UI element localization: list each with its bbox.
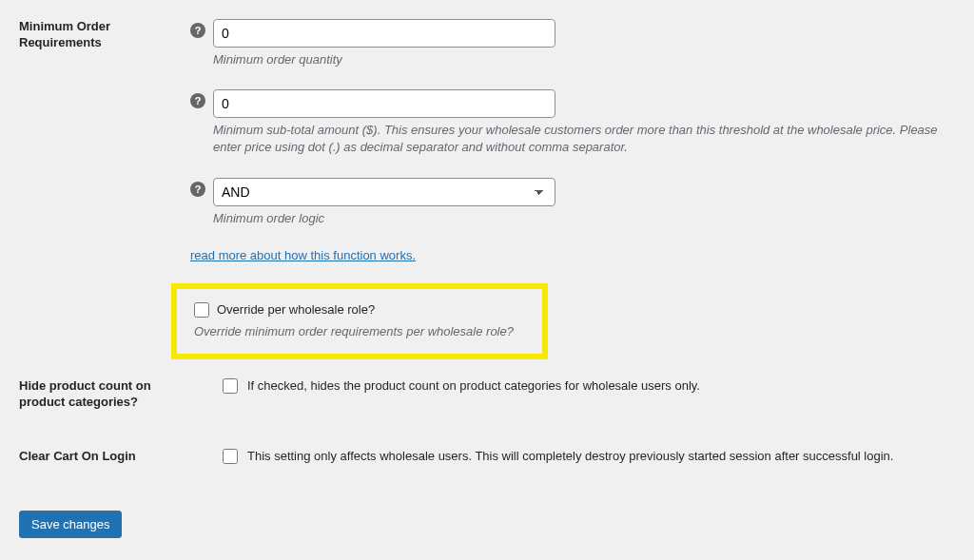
min-qty-desc: Minimum order quantity xyxy=(213,51,555,68)
col-min-qty: Minimum order quantity xyxy=(213,19,555,68)
cell-minimum-order: ? Minimum order quantity ? Minimum sub-t… xyxy=(190,0,955,359)
min-subtotal-desc: Minimum sub-total amount ($). This ensur… xyxy=(213,122,945,156)
override-checkbox[interactable] xyxy=(194,302,209,318)
override-highlight-box: Override per wholesale role? Override mi… xyxy=(171,283,548,359)
override-checkbox-line: Override per wholesale role? xyxy=(194,302,525,318)
min-logic-select[interactable]: AND xyxy=(213,178,555,206)
min-logic-desc: Minimum order logic xyxy=(213,210,555,227)
heading-hide-product-count: Hide product count on product categories… xyxy=(19,359,190,430)
clear-cart-checkbox[interactable] xyxy=(223,449,238,464)
heading-minimum-order: Minimum Order Requirements xyxy=(19,0,190,359)
save-changes-button[interactable]: Save changes xyxy=(19,511,122,538)
help-icon[interactable]: ? xyxy=(190,182,205,197)
read-more-link[interactable]: read more about how this function works. xyxy=(190,248,416,262)
settings-wrap: Minimum Order Requirements ? Minimum ord… xyxy=(0,0,974,557)
hide-count-checkbox-line: If checked, hides the product count on p… xyxy=(223,378,945,394)
min-subtotal-input[interactable] xyxy=(213,89,555,118)
row-minimum-order: Minimum Order Requirements ? Minimum ord… xyxy=(19,0,955,359)
override-label: Override per wholesale role? xyxy=(217,302,375,317)
clear-cart-label: This setting only affects wholesale user… xyxy=(247,449,893,463)
cell-hide-product-count: If checked, hides the product count on p… xyxy=(190,359,955,430)
field-min-logic: ? AND Minimum order logic xyxy=(190,178,945,227)
override-desc: Override minimum order requirements per … xyxy=(194,323,525,340)
field-min-subtotal: ? Minimum sub-total amount ($). This ens… xyxy=(190,89,945,156)
settings-table: Minimum Order Requirements ? Minimum ord… xyxy=(19,0,955,484)
help-icon[interactable]: ? xyxy=(190,23,205,38)
col-min-subtotal: Minimum sub-total amount ($). This ensur… xyxy=(213,89,945,156)
row-hide-product-count: Hide product count on product categories… xyxy=(19,359,955,430)
clear-cart-checkbox-line: This setting only affects wholesale user… xyxy=(223,449,945,464)
col-min-logic: AND Minimum order logic xyxy=(213,178,555,227)
heading-clear-cart: Clear Cart On Login xyxy=(19,430,190,484)
cell-clear-cart: This setting only affects wholesale user… xyxy=(190,430,955,484)
row-clear-cart: Clear Cart On Login This setting only af… xyxy=(19,430,955,484)
help-icon[interactable]: ? xyxy=(190,93,205,108)
read-more-row: read more about how this function works. xyxy=(190,248,945,262)
field-min-qty: ? Minimum order quantity xyxy=(190,19,945,68)
min-qty-input[interactable] xyxy=(213,19,555,48)
hide-count-checkbox[interactable] xyxy=(223,378,238,394)
hide-count-label: If checked, hides the product count on p… xyxy=(247,378,700,393)
